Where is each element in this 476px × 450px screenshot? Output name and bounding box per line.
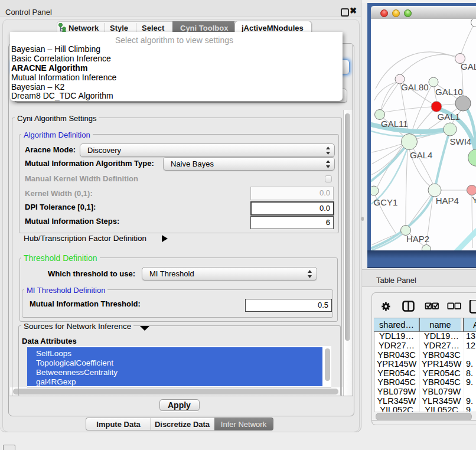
- svg-text:GCY1: GCY1: [374, 197, 398, 207]
- svg-text:HAP2: HAP2: [406, 234, 429, 244]
- svg-text:GAL10: GAL10: [435, 87, 463, 97]
- svg-text:GAL1: GAL1: [438, 112, 460, 122]
- svg-text:YM: YM: [472, 195, 476, 205]
- svg-text:GAL4: GAL4: [410, 150, 432, 160]
- svg-text:HAP4: HAP4: [436, 195, 459, 206]
- svg-text:SWI4: SWI4: [450, 136, 472, 146]
- svg-text:GAL11: GAL11: [381, 119, 408, 129]
- svg-text:GAL2: GAL2: [461, 61, 476, 71]
- svg-text:GAL80: GAL80: [401, 82, 429, 92]
